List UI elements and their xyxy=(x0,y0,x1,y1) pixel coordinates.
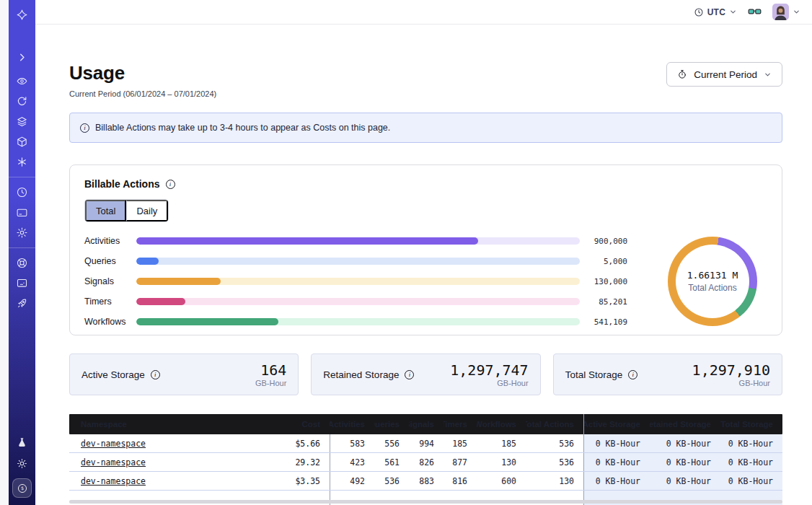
table-cell: 185 xyxy=(477,434,526,452)
column-header: Timers xyxy=(443,414,477,434)
page-subtitle: Current Period (06/01/2024 – 07/01/2024) xyxy=(69,89,216,98)
info-icon[interactable] xyxy=(405,370,414,379)
storage-card: Retained Storage1,297,747GB-Hour xyxy=(311,354,540,395)
table-cell: 0 KB-Hour xyxy=(650,453,720,471)
bar-row: Activities900,000 xyxy=(84,237,627,245)
table-body: dev-namespace$5.665835569941851855360 KB… xyxy=(69,434,782,505)
table-cell: 536 xyxy=(374,472,409,490)
getting-started-rocket-icon[interactable] xyxy=(16,297,28,309)
schedules-icon[interactable] xyxy=(16,95,28,107)
bar-value: 900,000 xyxy=(587,237,627,246)
info-icon[interactable] xyxy=(151,370,160,379)
theme-toggle-sun-icon[interactable] xyxy=(16,457,28,470)
column-header: Activities xyxy=(330,414,374,434)
bar-fill xyxy=(136,278,221,285)
storage-card: Total Storage1,297,910GB-Hour xyxy=(553,354,782,395)
bar-category-label: Timers xyxy=(84,297,129,307)
column-header: Total Storage xyxy=(720,414,782,434)
storage-label-text: Retained Storage xyxy=(323,369,399,380)
avatar xyxy=(772,4,789,20)
column-header: Namespace xyxy=(69,414,268,434)
clock-icon xyxy=(694,7,704,17)
namespaces-icon[interactable] xyxy=(16,115,28,128)
page-header: Usage Current Period (06/01/2024 – 07/01… xyxy=(69,62,782,98)
sidebar-nav-group-3 xyxy=(16,257,28,309)
table-cell: 185 xyxy=(443,434,477,452)
info-icon[interactable] xyxy=(166,180,175,189)
bar-track xyxy=(136,278,580,285)
table-row: dev-namespace29.324235618268771305360 KB… xyxy=(69,453,782,472)
dollar-coin-icon: $ xyxy=(17,483,28,494)
table-cell: 0 KB-Hour xyxy=(583,453,650,471)
column-header: Active Storage xyxy=(583,414,650,434)
bar-value: 130,000 xyxy=(587,277,627,286)
namespace-usage-table: NamespaceCostActivitiesQueriesSignalsTim… xyxy=(69,414,782,505)
table-cell: 883 xyxy=(409,472,443,490)
nexus-icon[interactable] xyxy=(16,156,28,168)
namespace-link[interactable]: dev-namespace xyxy=(81,457,146,467)
table-cell: $5.66 xyxy=(268,434,330,452)
sidebar-divider xyxy=(9,177,35,177)
support-icon[interactable] xyxy=(16,257,28,269)
column-header: Retained Storage xyxy=(650,414,720,434)
feedback-glasses-icon[interactable] xyxy=(747,4,762,19)
sidebar-nav-group-1 xyxy=(16,75,28,168)
timezone-label: UTC xyxy=(707,7,725,17)
table-cell: 130 xyxy=(477,453,526,471)
namespace-link[interactable]: dev-namespace xyxy=(81,439,146,449)
bar-value: 541,109 xyxy=(587,317,627,327)
bar-fill xyxy=(136,298,185,305)
sidebar-nav-group-2 xyxy=(16,186,28,239)
table-cell: dev-namespace xyxy=(69,472,268,490)
tab-daily[interactable]: Daily xyxy=(126,200,168,221)
info-banner-text: Billable Actions may take up to 3-4 hour… xyxy=(95,123,390,133)
donut-total-label: Total Actions xyxy=(688,283,736,293)
labs-flask-icon[interactable] xyxy=(16,436,28,449)
table-cell: 130 xyxy=(526,472,583,490)
temporal-logo-icon[interactable] xyxy=(16,9,28,21)
storage-card-label: Retained Storage xyxy=(323,369,414,380)
storage-label-text: Total Storage xyxy=(565,369,623,380)
chevron-down-icon xyxy=(793,8,800,16)
bar-row: Signals130,000 xyxy=(84,278,627,286)
storage-card-label: Active Storage xyxy=(81,369,160,380)
table-row: dev-namespace$5.665835569941851855360 KB… xyxy=(69,434,782,453)
info-icon[interactable] xyxy=(628,370,637,379)
column-header: Workflows xyxy=(477,414,526,434)
deployments-icon[interactable] xyxy=(16,136,28,148)
table-cell: 816 xyxy=(443,472,477,490)
stopwatch-icon xyxy=(677,69,687,79)
user-menu[interactable] xyxy=(772,4,800,20)
svg-text:$: $ xyxy=(20,486,23,491)
settings-icon[interactable] xyxy=(16,227,28,239)
sidebar-bottom-group: $ xyxy=(12,436,32,498)
bar-row: Queries5,000 xyxy=(84,258,627,265)
bar-category-label: Queries xyxy=(84,256,129,266)
collapse-sidebar-icon[interactable] xyxy=(16,51,28,63)
workflows-icon[interactable] xyxy=(16,75,28,87)
info-icon xyxy=(80,123,89,133)
storage-unit: GB-Hour xyxy=(255,379,286,387)
chevron-down-icon xyxy=(764,71,772,79)
period-selector-button[interactable]: Current Period xyxy=(666,62,782,87)
table-cell: 492 xyxy=(330,472,374,490)
billing-icon[interactable] xyxy=(16,206,28,219)
namespace-link[interactable]: dev-namespace xyxy=(81,476,146,486)
feedback-icon[interactable] xyxy=(16,277,28,289)
table-header-row: NamespaceCostActivitiesQueriesSignalsTim… xyxy=(69,414,782,434)
table-cell: 556 xyxy=(374,434,409,452)
bar-value: 5,000 xyxy=(587,257,627,266)
bar-track xyxy=(136,298,580,305)
timezone-selector[interactable]: UTC xyxy=(694,7,737,17)
chevron-down-icon xyxy=(729,8,737,16)
tab-total[interactable]: Total xyxy=(85,200,126,221)
bar-row: Timers85,201 xyxy=(84,298,627,306)
usage-billing-active-button[interactable]: $ xyxy=(12,478,32,498)
storage-card: Active Storage164GB-Hour xyxy=(69,354,299,395)
storage-unit: GB-Hour xyxy=(692,379,770,387)
column-header: Signals xyxy=(409,414,443,434)
horizontal-scrollbar[interactable] xyxy=(69,500,782,504)
table-cell: dev-namespace xyxy=(69,453,268,471)
usage-icon[interactable] xyxy=(16,186,28,198)
table-cell: 0 KB-Hour xyxy=(583,472,650,490)
